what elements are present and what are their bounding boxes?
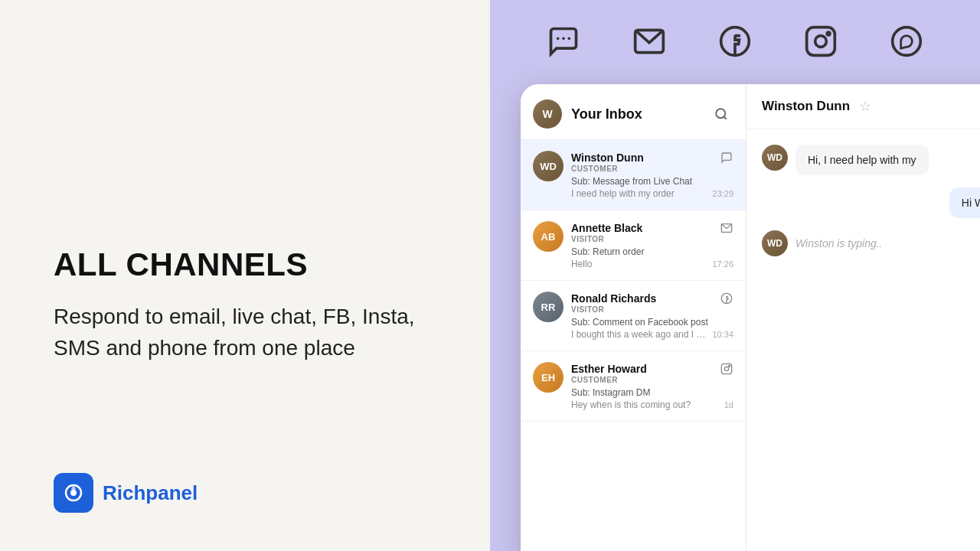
conv-preview-2: Hello [571,259,706,269]
conv-channel-fb-icon [720,292,733,305]
conv-info-1: Winston Dunn CUSTOMER Sub: Message from … [571,151,733,199]
conv-info-4: Esther Howard CUSTOMER Sub: Instagram DM… [571,362,733,410]
subtext: Respond to email, live chat, FB, Insta, … [54,302,436,364]
conv-role-3: VISITOR [571,305,733,314]
svg-line-12 [724,116,726,119]
chat-messages: WD Hi, I need help with my Hi Wins WD Wi… [746,129,980,551]
chat-header: Winston Dunn ☆ [746,84,980,129]
conv-name-2: Annette Black [571,222,642,234]
svg-point-16 [724,367,728,370]
right-panel: W Your Inbox WD Winston D [490,0,980,551]
conv-time-4: 1d [724,400,733,409]
svg-point-10 [893,28,921,56]
conv-subject-4: Sub: Instagram DM [571,387,733,398]
conv-avatar-3: RR [533,292,564,322]
svg-point-11 [716,109,725,118]
conv-time-2: 17:26 [712,259,733,269]
conv-preview-1: I need help with my order [571,188,706,199]
conv-channel-email-icon [720,221,733,235]
chat-panel: Winston Dunn ☆ WD Hi, I need help with m… [746,84,980,551]
facebook-icon[interactable] [715,21,755,61]
conv-name-3: Ronald Richards [571,292,656,305]
conv-time-1: 23:29 [712,189,733,198]
conversation-item-4[interactable]: EH Esther Howard CUSTOMER Sub: Instagram… [521,351,746,422]
conv-preview-4: Hey when is this coming out? [571,399,718,410]
live-chat-icon[interactable] [544,21,583,61]
conv-avatar-1: WD [533,151,564,181]
conv-name-4: Esther Howard [571,363,647,375]
headline: ALL CHANNELS [54,246,436,283]
conv-channel-insta-icon [720,362,733,376]
conv-role-2: VISITOR [571,235,733,243]
logo-area: Richpanel [54,473,436,513]
conversation-item-3[interactable]: RR Ronald Richards VISITOR Sub: Comment … [521,281,746,351]
richpanel-logo-icon [54,473,93,513]
conv-info-2: Annette Black VISITOR Sub: Return order … [571,221,733,269]
message-row-1: WD Hi, I need help with my [762,145,980,175]
conversation-item-2[interactable]: AB Annette Black VISITOR Sub: Return ord… [521,210,746,281]
conv-subject-1: Sub: Message from Live Chat [571,176,733,187]
left-panel: ALL CHANNELS Respond to email, live chat… [0,0,490,551]
conv-avatar-4: EH [533,362,564,393]
icons-bar [490,0,980,77]
email-icon[interactable] [629,21,669,61]
inbox-user-avatar: W [533,99,562,129]
svg-point-17 [729,365,730,367]
conv-role-4: CUSTOMER [571,376,733,384]
inbox-panel: W Your Inbox WD Winston D [521,84,746,551]
message-row-2: Hi Wins [762,187,980,218]
logo-text: Richpanel [103,481,198,505]
conv-subject-3: Sub: Comment on Facebook post [571,317,733,328]
conv-subject-2: Sub: Return order [571,246,733,257]
conv-name-1: Winston Dunn [571,152,644,164]
conv-role-1: CUSTOMER [571,165,733,173]
conversation-list: WD Winston Dunn CUSTOMER Sub: Message fr… [521,140,746,551]
inbox-header: W Your Inbox [521,84,746,140]
star-icon[interactable]: ☆ [859,98,871,115]
instagram-icon[interactable] [801,21,841,61]
conversation-item-1[interactable]: WD Winston Dunn CUSTOMER Sub: Message fr… [521,140,746,210]
message-bubble-2: Hi Wins [949,187,980,218]
conv-time-3: 10:34 [712,330,733,339]
svg-point-8 [815,36,827,47]
typing-avatar: WD [762,230,788,256]
search-button[interactable] [709,102,733,126]
conv-avatar-2: AB [533,221,564,252]
whatsapp-icon[interactable] [887,21,926,61]
typing-indicator-row: WD Winston is typing.. [762,230,980,256]
inbox-title: Your Inbox [571,106,700,122]
message-bubble-1: Hi, I need help with my [795,145,929,175]
chat-contact-name: Winston Dunn [762,99,850,114]
conv-preview-3: I bought this a week ago and I lovee it.… [571,329,706,340]
conv-channel-chat-icon [720,151,733,165]
left-content: ALL CHANNELS Respond to email, live chat… [54,46,436,473]
device-container: W Your Inbox WD Winston D [521,84,980,551]
svg-rect-7 [807,28,835,56]
svg-point-9 [827,32,830,35]
conv-info-3: Ronald Richards VISITOR Sub: Comment on … [571,292,733,340]
typing-text: Winston is typing.. [795,237,882,249]
message-avatar-1: WD [762,145,788,171]
